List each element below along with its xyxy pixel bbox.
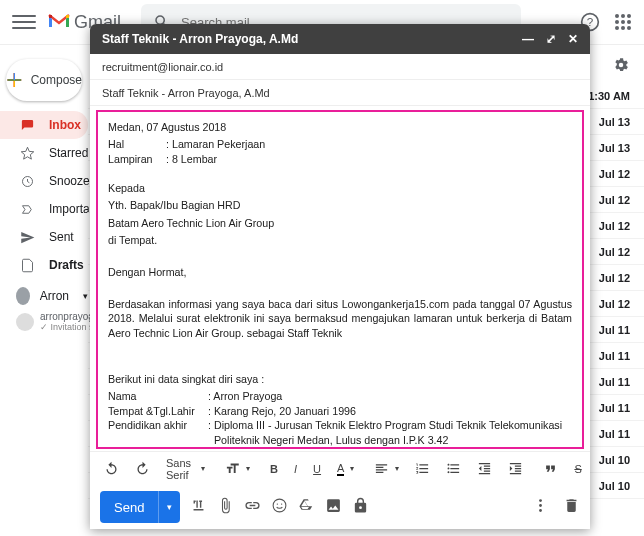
link-icon[interactable] (244, 497, 261, 518)
svg-rect-1 (66, 15, 69, 18)
avatar (16, 287, 30, 305)
lock-icon[interactable] (352, 497, 369, 518)
format-toggle-button[interactable] (190, 497, 207, 518)
undo-button[interactable] (98, 458, 125, 479)
svg-point-7 (615, 20, 619, 24)
bullet-list-button[interactable] (440, 458, 467, 479)
svg-point-12 (627, 26, 631, 30)
discard-icon[interactable] (563, 497, 580, 518)
strikethrough-button[interactable]: S (568, 460, 587, 478)
drive-icon[interactable] (298, 497, 315, 518)
underline-button[interactable]: U (307, 460, 327, 478)
italic-button[interactable]: I (288, 460, 303, 478)
align-button[interactable]: ▾ (368, 458, 405, 479)
svg-rect-0 (49, 15, 52, 18)
redo-button[interactable] (129, 458, 156, 479)
numbered-list-button[interactable] (409, 458, 436, 479)
apps-icon[interactable] (614, 13, 632, 31)
svg-point-6 (627, 14, 631, 18)
send-toolbar: Send ▾ (90, 485, 590, 529)
svg-point-8 (621, 20, 625, 24)
nav-sent[interactable]: Sent (0, 223, 88, 251)
dialog-titlebar[interactable]: Staff Teknik - Arron Prayoga, A.Md — ⤢ ✕ (90, 24, 590, 54)
email-body-editor[interactable]: Medan, 07 Agustus 2018 Hal: Lamaran Peke… (96, 110, 584, 449)
to-field[interactable]: recruitment@lionair.co.id (90, 54, 590, 80)
bold-button[interactable]: B (264, 460, 284, 478)
nav-important[interactable]: Important (0, 195, 88, 223)
send-more-button[interactable]: ▾ (158, 491, 180, 523)
svg-point-10 (615, 26, 619, 30)
settings-gear-icon[interactable] (612, 56, 630, 78)
svg-point-11 (621, 26, 625, 30)
format-toolbar: Sans Serif▾ ▾ B I U A▾ ▾ S (90, 451, 590, 485)
svg-point-16 (281, 503, 282, 504)
attach-icon[interactable] (217, 497, 234, 518)
svg-point-19 (539, 509, 542, 512)
send-button[interactable]: Send ▾ (100, 491, 180, 523)
hangouts-contact[interactable]: arronprayoga@✓ Invitation sent (0, 311, 88, 332)
svg-point-18 (539, 504, 542, 507)
subject-field[interactable]: Staff Teknik - Arron Prayoga, A.Md (90, 80, 590, 106)
nav-inbox[interactable]: Inbox (0, 111, 88, 139)
nav-snoozed[interactable]: Snoozed (0, 167, 88, 195)
svg-point-14 (274, 499, 287, 512)
avatar (16, 313, 34, 331)
indent-less-button[interactable] (471, 458, 498, 479)
compose-label: Compose (31, 73, 82, 87)
maximize-icon[interactable]: ⤢ (546, 32, 556, 46)
check-icon: ✓ (40, 322, 48, 332)
svg-point-17 (539, 499, 542, 502)
sidebar: Compose Inbox Starred Snoozed Important … (0, 45, 88, 536)
compose-dialog: Staff Teknik - Arron Prayoga, A.Md — ⤢ ✕… (90, 24, 590, 529)
svg-point-4 (615, 14, 619, 18)
svg-point-15 (277, 503, 278, 504)
close-icon[interactable]: ✕ (568, 32, 578, 46)
gmail-m-icon (48, 11, 70, 34)
hangouts-user[interactable]: Arron▾ (0, 287, 88, 305)
dialog-title: Staff Teknik - Arron Prayoga, A.Md (102, 32, 298, 46)
nav-starred[interactable]: Starred (0, 139, 88, 167)
minimize-icon[interactable]: — (522, 32, 534, 46)
font-family-select[interactable]: Sans Serif▾ (160, 454, 211, 484)
font-size-button[interactable]: ▾ (219, 458, 256, 479)
svg-point-5 (621, 14, 625, 18)
indent-more-button[interactable] (502, 458, 529, 479)
menu-icon[interactable] (12, 10, 36, 34)
svg-point-9 (627, 20, 631, 24)
more-options-icon[interactable] (532, 497, 549, 518)
emoji-icon[interactable] (271, 497, 288, 518)
image-icon[interactable] (325, 497, 342, 518)
nav-drafts[interactable]: Drafts (0, 251, 88, 279)
compose-button[interactable]: Compose (6, 59, 82, 101)
quote-button[interactable] (537, 458, 564, 479)
text-color-button[interactable]: A▾ (331, 459, 360, 479)
